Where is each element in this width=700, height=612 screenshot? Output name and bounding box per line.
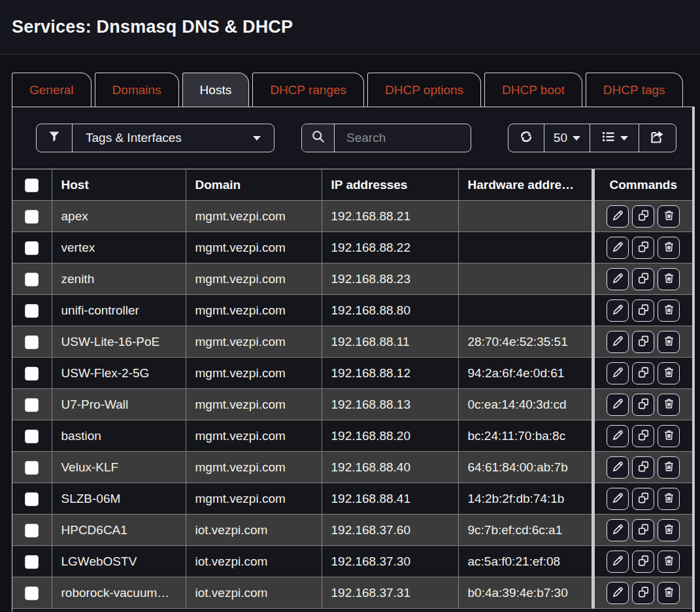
copy-button[interactable] [632, 582, 654, 604]
cell-host: U7-Pro-Wall [52, 389, 186, 420]
copy-button[interactable] [632, 299, 654, 322]
copy-button[interactable] [632, 205, 654, 228]
row-checkbox[interactable] [25, 241, 39, 255]
row-checkbox[interactable] [25, 555, 39, 569]
cell-hardware-address: b0:4a:39:4e:b7:30 [458, 577, 593, 609]
row-commands [604, 237, 684, 259]
row-checkbox[interactable] [25, 586, 39, 600]
trash-icon [663, 272, 675, 286]
refresh-button[interactable] [508, 124, 544, 152]
tab-dhcp-options[interactable]: DHCP options [367, 73, 481, 107]
copy-button[interactable] [632, 362, 654, 384]
delete-button[interactable] [658, 362, 680, 384]
copy-button[interactable] [632, 394, 654, 416]
delete-button[interactable] [658, 456, 680, 479]
edit-button[interactable] [607, 299, 629, 322]
edit-button[interactable] [607, 456, 629, 479]
search-button[interactable] [302, 124, 335, 152]
row-checkbox[interactable] [25, 273, 39, 286]
col-header-host[interactable]: Host [52, 169, 186, 201]
col-header-commands: Commands [593, 169, 692, 201]
row-checkbox[interactable] [25, 304, 39, 318]
row-commands [604, 425, 684, 447]
row-checkbox[interactable] [25, 335, 39, 349]
cell-host: unifi-controller [52, 295, 186, 326]
row-commands [604, 331, 684, 353]
edit-button[interactable] [607, 425, 629, 447]
delete-button[interactable] [658, 582, 680, 604]
copy-button[interactable] [632, 551, 654, 573]
delete-button[interactable] [658, 394, 680, 416]
edit-button[interactable] [607, 519, 629, 541]
row-checkbox[interactable] [25, 210, 39, 224]
col-header-ip[interactable]: IP addresses [322, 169, 458, 201]
cell-host: Velux-KLF [52, 452, 186, 483]
tab-general[interactable]: General [12, 73, 92, 107]
tab-dhcp-boot[interactable]: DHCP boot [484, 73, 582, 107]
table-header-row: Host Domain IP addresses Hardware addre…… [12, 169, 692, 201]
table-row: zenith mgmt.vezpi.com 192.168.88.23 [12, 264, 692, 295]
edit-button[interactable] [607, 362, 629, 384]
copy-button[interactable] [632, 488, 654, 510]
tab-dhcp-tags[interactable]: DHCP tags [586, 73, 683, 107]
copy-button[interactable] [632, 268, 654, 290]
copy-button[interactable] [632, 425, 654, 447]
table-row: LGWebOSTV iot.vezpi.com 192.168.37.30 ac… [12, 546, 692, 577]
row-checkbox[interactable] [25, 461, 39, 475]
edit-button[interactable] [607, 331, 629, 353]
filter-button[interactable] [37, 124, 72, 152]
copy-icon [637, 460, 650, 475]
col-header-hardware-address[interactable]: Hardware addre… [458, 169, 593, 201]
delete-button[interactable] [658, 331, 680, 353]
delete-button[interactable] [658, 299, 680, 322]
col-header-domain[interactable]: Domain [186, 169, 322, 201]
delete-button[interactable] [658, 488, 680, 510]
edit-button[interactable] [607, 582, 629, 604]
edit-button[interactable] [607, 205, 629, 228]
copy-button[interactable] [632, 519, 654, 541]
trash-icon [663, 241, 675, 255]
page-size-button[interactable]: 50 [544, 124, 590, 152]
trash-icon [663, 303, 675, 318]
cell-ip-addresses: 192.168.88.20 [322, 420, 458, 452]
row-checkbox[interactable] [25, 524, 39, 537]
delete-button[interactable] [658, 237, 680, 259]
edit-button[interactable] [607, 394, 629, 416]
tab-hosts[interactable]: Hosts [182, 73, 250, 107]
row-checkbox[interactable] [25, 398, 39, 412]
row-commands [604, 582, 684, 604]
cell-domain: iot.vezpi.com [186, 546, 322, 577]
row-checkbox[interactable] [25, 492, 39, 506]
tab-dhcp-ranges[interactable]: DHCP ranges [252, 73, 364, 107]
copy-button[interactable] [632, 456, 654, 479]
cell-domain: mgmt.vezpi.com [186, 358, 322, 389]
pencil-icon [612, 429, 624, 443]
copy-button[interactable] [632, 237, 654, 259]
edit-button[interactable] [607, 488, 629, 510]
select-all-checkbox[interactable] [25, 178, 39, 192]
copy-icon [637, 429, 650, 443]
delete-button[interactable] [658, 268, 680, 290]
trash-icon [663, 209, 675, 224]
edit-button[interactable] [607, 268, 629, 290]
columns-button[interactable] [590, 124, 639, 152]
tab-domains[interactable]: Domains [95, 73, 179, 107]
row-checkbox[interactable] [25, 367, 39, 381]
trash-icon [663, 366, 675, 381]
list-icon [601, 129, 616, 148]
row-commands [604, 362, 684, 384]
cell-ip-addresses: 192.168.88.13 [322, 389, 458, 420]
delete-button[interactable] [658, 551, 680, 573]
search-input[interactable] [335, 124, 471, 152]
edit-button[interactable] [607, 551, 629, 573]
delete-button[interactable] [658, 519, 680, 541]
cell-ip-addresses: 192.168.37.30 [322, 546, 458, 577]
export-button[interactable] [639, 124, 676, 152]
cell-ip-addresses: 192.168.88.22 [322, 232, 458, 264]
delete-button[interactable] [658, 425, 680, 447]
row-checkbox[interactable] [25, 430, 39, 443]
copy-button[interactable] [632, 331, 654, 353]
edit-button[interactable] [607, 237, 629, 259]
filter-select[interactable]: Tags & Interfaces [72, 124, 274, 152]
delete-button[interactable] [658, 205, 680, 228]
